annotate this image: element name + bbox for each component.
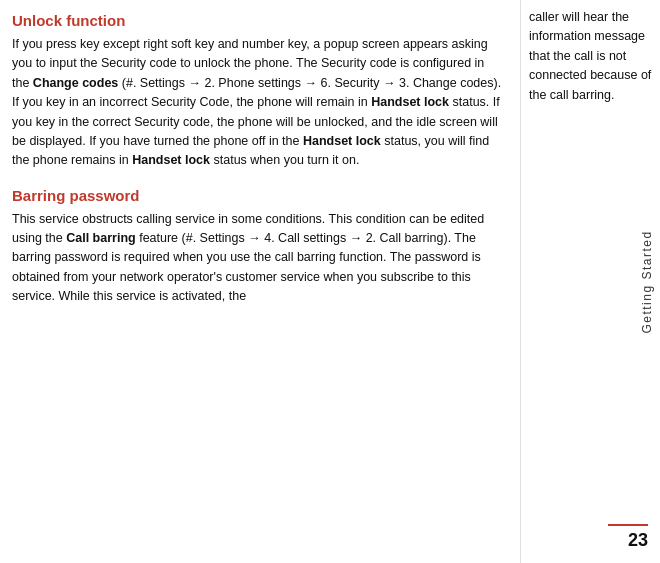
page-divider <box>608 524 648 526</box>
page-number: 23 <box>628 530 648 551</box>
unlock-section: Unlock function If you press key except … <box>12 12 502 171</box>
barring-body: This service obstructs calling service i… <box>12 210 502 307</box>
unlock-body: If you press key except right soft key a… <box>12 35 502 171</box>
barring-title: Barring password <box>12 187 502 204</box>
right-column-body: caller will hear the information message… <box>529 8 652 105</box>
barring-section: Barring password This service obstructs … <box>12 187 502 307</box>
unlock-title: Unlock function <box>12 12 502 29</box>
page-number-area: 23 <box>608 524 648 551</box>
right-column: caller will hear the information message… <box>520 0 660 563</box>
main-content: Unlock function If you press key except … <box>0 0 520 563</box>
getting-started-label: Getting Started <box>640 230 654 333</box>
